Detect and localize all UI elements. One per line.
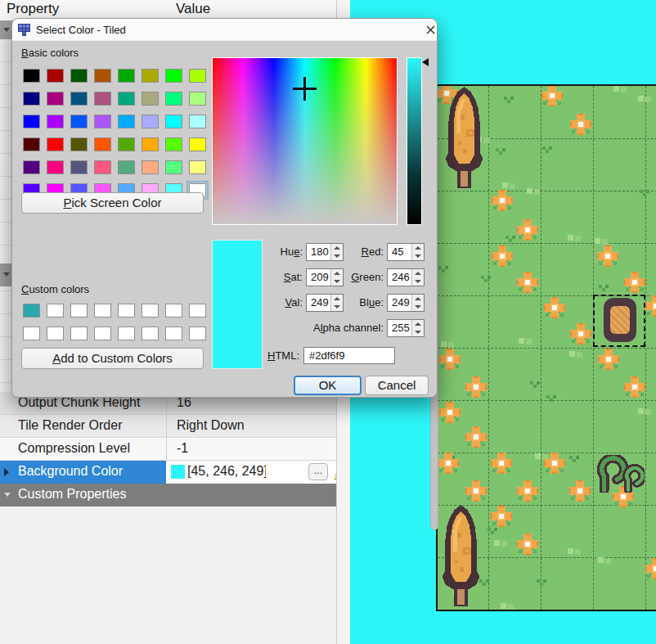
basic-color-swatch[interactable]	[47, 92, 64, 106]
spin-down-icon[interactable]	[412, 303, 424, 311]
basic-color-swatch[interactable]	[23, 160, 40, 174]
basic-color-swatch[interactable]	[94, 137, 111, 151]
custom-color-swatch[interactable]	[23, 327, 40, 340]
dialog-titlebar[interactable]: Select Color - Tiled	[12, 19, 437, 41]
basic-color-swatch[interactable]	[118, 69, 135, 83]
basic-color-swatch[interactable]	[189, 115, 206, 128]
basic-color-swatch[interactable]	[94, 160, 111, 174]
sat-label: Sat:	[253, 268, 303, 286]
basic-color-swatch[interactable]	[142, 137, 159, 151]
close-icon[interactable]	[424, 23, 438, 37]
basic-color-swatch[interactable]	[47, 137, 64, 151]
grass-sprig	[509, 239, 512, 242]
custom-color-swatch[interactable]	[118, 327, 135, 340]
custom-color-swatch[interactable]	[165, 327, 182, 340]
basic-color-swatch[interactable]	[70, 137, 88, 151]
spin-up-icon[interactable]	[412, 320, 424, 328]
basic-color-swatch[interactable]	[118, 137, 135, 151]
html-color-input[interactable]: #2df6f9	[303, 347, 395, 364]
property-row-compression-level[interactable]: Compression Level -1	[0, 438, 336, 461]
basic-color-swatch[interactable]	[23, 137, 40, 151]
tiled-app-icon	[18, 24, 30, 36]
spin-down-icon[interactable]	[412, 328, 424, 336]
spin-up-icon[interactable]	[412, 295, 424, 303]
grass-sprig	[484, 279, 488, 282]
basic-color-swatch[interactable]	[94, 92, 111, 106]
custom-color-swatch[interactable]	[70, 327, 88, 340]
basic-color-swatch[interactable]	[70, 69, 88, 83]
custom-color-swatch[interactable]	[189, 327, 206, 340]
slider-arrow-icon[interactable]	[422, 58, 429, 66]
basic-color-swatch[interactable]	[142, 92, 159, 106]
basic-color-swatch[interactable]	[23, 115, 40, 128]
custom-color-swatch[interactable]	[23, 304, 40, 317]
ok-button[interactable]: OK	[294, 376, 362, 395]
grass-sprig	[573, 459, 576, 462]
custom-color-swatch[interactable]	[70, 304, 88, 317]
green-spinbox[interactable]: 246	[387, 268, 425, 286]
basic-color-swatch[interactable]	[118, 160, 135, 174]
basic-color-swatch[interactable]	[165, 69, 182, 83]
flower-tile	[491, 506, 512, 527]
basic-color-swatch[interactable]	[118, 92, 135, 106]
color-value-field[interactable]: [45, 246, 249] ...	[166, 461, 336, 484]
color-value-text: [45, 246, 249]	[187, 464, 266, 479]
alpha-spinbox[interactable]: 255	[387, 319, 425, 337]
basic-color-swatch[interactable]	[94, 115, 111, 128]
custom-color-swatch[interactable]	[47, 327, 64, 340]
basic-color-swatch[interactable]	[165, 115, 182, 128]
blue-spinbox[interactable]: 249	[387, 294, 425, 312]
custom-color-swatch[interactable]	[94, 327, 111, 340]
basic-color-swatch[interactable]	[189, 137, 206, 151]
spin-down-icon[interactable]	[412, 252, 424, 260]
expand-arrow-icon[interactable]	[4, 468, 9, 476]
grass-tuft	[501, 603, 506, 609]
custom-color-swatch[interactable]	[189, 304, 206, 317]
custom-color-swatch[interactable]	[118, 304, 135, 317]
saturation-value-picker[interactable]	[212, 57, 398, 225]
basic-color-swatch[interactable]	[70, 115, 88, 128]
basic-color-swatch[interactable]	[189, 69, 206, 83]
basic-color-swatch[interactable]	[118, 115, 135, 128]
basic-color-swatch[interactable]	[165, 160, 182, 174]
grass-tuft	[441, 341, 447, 347]
spin-up-icon[interactable]	[412, 244, 424, 252]
custom-color-swatch[interactable]	[142, 327, 159, 340]
basic-color-swatch[interactable]	[189, 92, 206, 106]
basic-color-swatch[interactable]	[70, 92, 88, 106]
basic-color-swatch[interactable]	[165, 137, 182, 151]
custom-color-swatch[interactable]	[47, 304, 64, 317]
custom-color-swatch[interactable]	[165, 304, 182, 317]
basic-color-swatch[interactable]	[70, 160, 88, 174]
pick-screen-color-button[interactable]: Pick Screen Color	[21, 192, 204, 214]
spin-up-icon[interactable]	[412, 269, 424, 277]
basic-color-swatch[interactable]	[47, 115, 64, 128]
add-to-custom-colors-button[interactable]: Add to Custom Colors	[21, 348, 204, 369]
basic-color-swatch[interactable]	[189, 160, 206, 174]
green-label: Green:	[331, 268, 384, 286]
tile-map[interactable]	[436, 84, 656, 611]
basic-color-swatch[interactable]	[165, 92, 182, 106]
basic-color-swatch[interactable]	[23, 92, 40, 106]
color-picker-button[interactable]: ...	[308, 463, 328, 480]
basic-color-swatch[interactable]	[47, 69, 64, 83]
value-slider[interactable]	[407, 57, 422, 225]
basic-color-swatch[interactable]	[142, 69, 159, 83]
custom-color-swatch[interactable]	[94, 304, 111, 317]
grass-tuft	[502, 182, 508, 188]
cancel-button[interactable]: Cancel	[365, 376, 429, 395]
spin-down-icon[interactable]	[412, 277, 424, 286]
property-row-tile-render-order[interactable]: Tile Render Order Right Down	[0, 415, 336, 438]
property-row-background-color[interactable]: Background Color [45, 246, 249] ...	[0, 461, 336, 484]
basic-color-swatch[interactable]	[142, 160, 159, 174]
red-spinbox[interactable]: 45	[387, 243, 425, 261]
collapse-arrow-icon	[4, 493, 11, 497]
basic-color-swatch[interactable]	[94, 69, 111, 83]
basic-color-swatch[interactable]	[142, 115, 159, 128]
basic-color-swatch[interactable]	[47, 160, 64, 174]
section-row-custom-properties[interactable]: Custom Properties	[0, 484, 336, 507]
property-value: -1	[177, 441, 188, 456]
basic-color-swatch[interactable]	[23, 69, 40, 83]
custom-color-swatch[interactable]	[142, 304, 159, 317]
selected-tile[interactable]	[593, 295, 645, 347]
